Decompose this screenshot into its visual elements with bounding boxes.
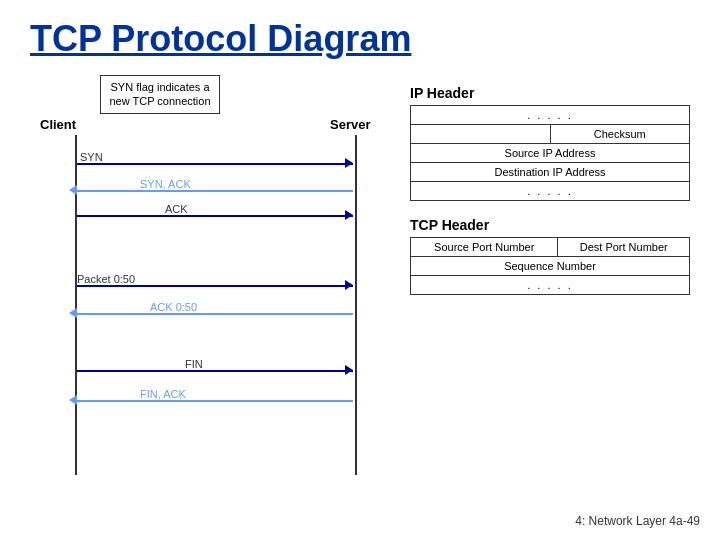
- table-row: . . . . .: [411, 106, 690, 125]
- sequence-diagram: SYN flag indicates a new TCP connection …: [20, 75, 400, 455]
- synack-arrow-line: [77, 190, 353, 192]
- page-title: TCP Protocol Diagram: [0, 0, 720, 70]
- tooltip-line2: new TCP connection: [109, 95, 210, 107]
- syn-arrowhead: [345, 158, 353, 168]
- fin-arrow-line: [77, 370, 353, 372]
- finack-label: FIN, ACK: [140, 388, 186, 400]
- ip-row-dots1: . . . . .: [411, 106, 690, 125]
- tooltip-box: SYN flag indicates a new TCP connection: [100, 75, 220, 114]
- table-row: . . . . .: [411, 276, 690, 295]
- ip-header-table: . . . . . Checksum Source IP Address Des…: [410, 105, 690, 201]
- client-label: Client: [40, 117, 76, 132]
- tooltip-line1: SYN flag indicates a: [110, 81, 209, 93]
- synack-arrowhead: [69, 185, 77, 195]
- server-vertical-line: [355, 135, 357, 475]
- packet-label: Packet 0:50: [77, 273, 135, 285]
- tcp-row-src-port: Source Port Number: [411, 238, 558, 257]
- synack-label: SYN, ACK: [140, 178, 191, 190]
- tcp-row-dest-port: Dest Port Number: [558, 238, 690, 257]
- table-row: Source IP Address: [411, 144, 690, 163]
- ip-row-source: Source IP Address: [411, 144, 690, 163]
- table-row: Sequence Number: [411, 257, 690, 276]
- packet-arrow-line: [77, 285, 353, 287]
- fin-label: FIN: [185, 358, 203, 370]
- ip-row-dots2: . . . . .: [411, 182, 690, 201]
- footer-text: 4: Network Layer 4a-49: [575, 514, 700, 528]
- ack-arrowhead: [345, 210, 353, 220]
- ack-label: ACK: [165, 203, 188, 215]
- finack-arrowhead: [69, 395, 77, 405]
- syn-label: SYN: [80, 151, 103, 163]
- syn-arrow-line: [77, 163, 353, 165]
- tcp-header-table: Source Port Number Dest Port Number Sequ…: [410, 237, 690, 295]
- finack-arrow-line: [77, 400, 353, 402]
- ack050-label: ACK 0:50: [150, 301, 197, 313]
- table-row: Destination IP Address: [411, 163, 690, 182]
- fin-arrowhead: [345, 365, 353, 375]
- table-row: . . . . .: [411, 182, 690, 201]
- tcp-row-dots: . . . . .: [411, 276, 690, 295]
- table-row: Source Port Number Dest Port Number: [411, 238, 690, 257]
- ip-row-dest: Destination IP Address: [411, 163, 690, 182]
- tcp-header-title: TCP Header: [410, 217, 690, 233]
- header-area: IP Header . . . . . Checksum Source IP A…: [410, 85, 690, 455]
- ack-arrow-line: [77, 215, 353, 217]
- ack050-arrow-line: [77, 313, 353, 315]
- server-label: Server: [330, 117, 370, 132]
- ip-row-empty: [411, 125, 551, 144]
- tcp-row-seq: Sequence Number: [411, 257, 690, 276]
- packet-arrowhead: [345, 280, 353, 290]
- ip-header-title: IP Header: [410, 85, 690, 101]
- ack050-arrowhead: [69, 308, 77, 318]
- ip-row-checksum: Checksum: [550, 125, 690, 144]
- table-row: Checksum: [411, 125, 690, 144]
